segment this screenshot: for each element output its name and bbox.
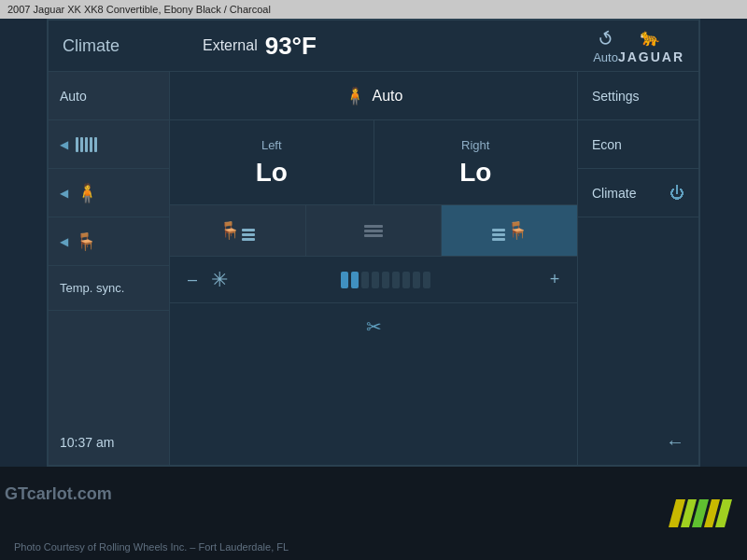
defrost-button[interactable]: ◀ [49, 120, 169, 169]
right-panel: Settings Econ Climate ⏻ ← [577, 72, 698, 465]
time-display: 10:37 am [49, 420, 169, 465]
fan-increase-button[interactable]: + [543, 270, 566, 289]
fan-bar-2 [351, 272, 359, 288]
fl-bar-1 [364, 225, 383, 228]
center-panel: 🧍 Auto Left Lo Right Lo 🪑 [170, 72, 577, 465]
left-temp-cell: Left Lo [170, 120, 374, 204]
power-icon: ⏻ [669, 185, 684, 202]
econ-button[interactable]: Econ [578, 120, 698, 169]
temp-sync-label: Temp. sync. [49, 266, 169, 311]
seat-arrow-icon: ◀ [60, 187, 68, 200]
right-temp-value: Lo [459, 158, 491, 188]
heat-bar-1 [242, 229, 255, 231]
r-heat-bar-2 [492, 233, 505, 236]
heat-line-5 [94, 137, 97, 152]
heat-line-3 [85, 137, 88, 152]
right-temp-cell: Right Lo [374, 120, 578, 204]
left-label: Left [261, 138, 282, 152]
fan-decrease-button[interactable]: – [181, 270, 204, 289]
heat-icon [76, 137, 97, 152]
external-label: External [203, 37, 258, 54]
time-text: 10:37 am [60, 435, 114, 450]
fl-bar-3 [364, 234, 383, 237]
page-title: 2007 Jaguar XK XK8 Convertible, Ebony Bl… [7, 4, 271, 15]
heat-line-1 [76, 137, 78, 152]
recline-arrow-icon: ◀ [60, 235, 68, 248]
ac-icon[interactable]: ✂ [366, 315, 382, 338]
defrost-arrow-icon: ◀ [60, 138, 68, 151]
jaguar-logo: 🐆 JAGUAR [618, 27, 684, 64]
external-section: External 93°F [184, 32, 574, 61]
fan-control-row: – ✳ + [170, 257, 577, 303]
top-bar: 2007 Jaguar XK XK8 Convertible, Ebony Bl… [0, 0, 747, 19]
auto-arrow-icon: ↺ [593, 25, 618, 52]
left-seat-heat-cell[interactable]: 🪑 [170, 205, 306, 256]
fl-bar-2 [364, 230, 383, 232]
fan-bar-7 [402, 272, 410, 288]
back-button[interactable]: ← [578, 418, 698, 465]
seat-button[interactable]: ◀ 🧍 [49, 169, 169, 217]
right-seat-heat-icon: 🪑 [507, 220, 528, 241]
temperature-display: 93°F [265, 32, 317, 61]
ac-row: ✂ [170, 303, 577, 350]
fan-bar-4 [372, 272, 379, 288]
fan-bar-8 [413, 272, 420, 288]
fan-bar-3 [361, 272, 369, 288]
seat-recline-icon: 🪑 [76, 231, 96, 252]
fan-bar-5 [382, 272, 389, 288]
left-seat-bars: 🪑 [219, 220, 255, 241]
center-auto-label: Auto [373, 88, 403, 105]
center-auto-row: 🧍 Auto [170, 72, 577, 120]
display-area: Climate External 93°F ↺ Auto 🐆 JAGUAR Au… [47, 19, 700, 467]
header-row: Climate External 93°F ↺ Auto 🐆 JAGUAR [49, 21, 698, 72]
right-seat-heat-cell[interactable]: 🪑 [442, 205, 577, 256]
person-seat-icon: 🧍 [76, 182, 99, 204]
lr-row: Left Lo Right Lo [170, 120, 577, 205]
fan-icon: ✳ [211, 268, 228, 292]
econ-label: Econ [592, 137, 622, 152]
left-panel: Auto ◀ ◀ 🧍 ◀ [49, 72, 170, 465]
r-heat-bar-1 [492, 229, 505, 231]
left-seat-heat-icon: 🪑 [219, 220, 240, 241]
climate-button-label: Climate [592, 186, 636, 201]
settings-button[interactable]: Settings [578, 72, 698, 120]
climate-button[interactable]: Climate ⏻ [578, 169, 698, 217]
auto-mode-button[interactable]: Auto [49, 72, 169, 120]
heat-line-4 [90, 137, 92, 152]
gtcarlot-logo: GTcarlot.com [5, 484, 112, 504]
seat-heat-row: 🪑 [170, 205, 577, 257]
stripes-decoration [669, 499, 732, 527]
defrost-icon-wrap [76, 137, 97, 152]
fan-bar-6 [392, 272, 400, 288]
fan-level-bars [364, 225, 383, 237]
climate-header-label: Climate [63, 36, 184, 56]
jaguar-icon: 🐆 [640, 27, 662, 48]
back-arrow-icon: ← [666, 431, 684, 453]
recline-button[interactable]: ◀ 🪑 [49, 217, 169, 266]
temp-sync-text: Temp. sync. [60, 281, 124, 295]
right-label: Right [461, 138, 489, 152]
fan-bar-9 [423, 272, 430, 288]
heat-bar-2 [242, 233, 255, 236]
right-seat-bars: 🪑 [492, 220, 528, 241]
center-fan-cell [306, 205, 443, 256]
watermark-text: Photo Courtesy of Rolling Wheels Inc. – … [14, 541, 289, 553]
heat-line-2 [80, 137, 83, 152]
auto-mode-label: Auto [60, 89, 87, 104]
person-icon: 🧍 [345, 86, 365, 106]
r-heat-bar-3 [492, 238, 505, 241]
settings-label: Settings [592, 89, 640, 104]
bottom-area: Photo Courtesy of Rolling Wheels Inc. – … [0, 467, 747, 560]
left-temp-value: Lo [256, 158, 288, 188]
heat-bar-3 [242, 238, 255, 241]
brand-name: JAGUAR [618, 49, 684, 64]
auto-button[interactable]: ↺ Auto [593, 28, 618, 64]
fan-bar-1 [341, 272, 348, 288]
content-area: Auto ◀ ◀ 🧍 ◀ [49, 72, 698, 465]
fan-speed-bars [235, 272, 536, 288]
